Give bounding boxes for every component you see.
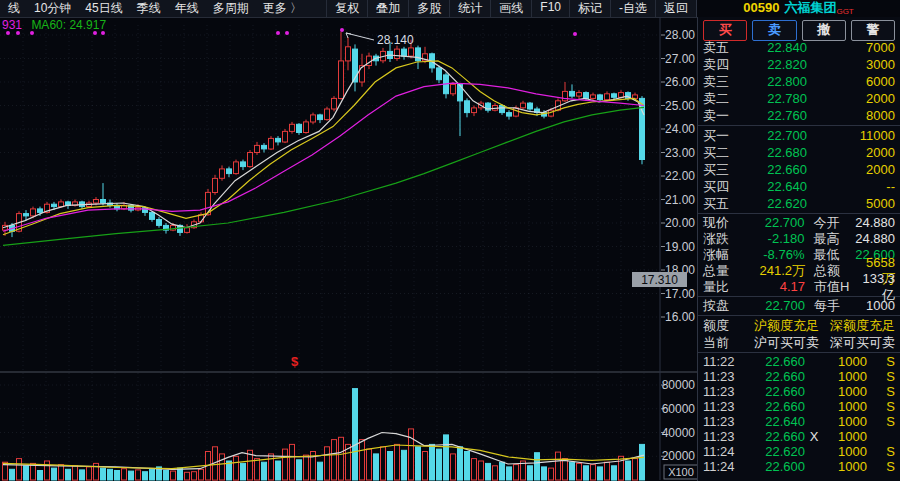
svg-text:25.00: 25.00: [665, 99, 695, 113]
level-price: 22.620: [741, 195, 807, 212]
txn-volume: 1000: [823, 429, 867, 444]
svg-text:16.00: 16.00: [665, 310, 695, 324]
connect-quota: 额度 沪额度充足 深额度充足 当前 沪可买可卖 深可买可卖: [698, 317, 900, 351]
quote-label: 最高: [804, 231, 855, 247]
quote-value: 24.880: [855, 231, 895, 247]
txn-price: 22.600: [743, 459, 805, 474]
level-volume: --: [807, 178, 895, 195]
quote-label: 涨跌: [703, 231, 743, 247]
level-label: 买二: [703, 144, 741, 161]
candlestick-chart[interactable]: 28.0027.0026.0025.0024.0023.0022.0021.00…: [0, 0, 697, 481]
txn-time: 11:24: [703, 444, 743, 459]
level-price: 22.760: [741, 107, 807, 124]
txn-price: 22.640: [743, 414, 805, 429]
svg-text:28.00: 28.00: [665, 28, 695, 42]
level-label: 卖一: [703, 107, 741, 124]
divider: [698, 213, 900, 214]
ma20-value-partial: 931: [2, 18, 22, 32]
svg-text:19.00: 19.00: [665, 240, 695, 254]
svg-text:28.140: 28.140: [377, 33, 414, 47]
level-price: 22.700: [741, 127, 807, 144]
order-book-row[interactable]: 买四 22.640 --: [698, 178, 900, 195]
txn-price: 22.620: [743, 444, 805, 459]
level-price: 22.640: [741, 178, 807, 195]
order-book-row[interactable]: 卖五 22.840 7000: [698, 39, 900, 56]
quote-label: 现价: [703, 215, 743, 231]
order-book-row[interactable]: 卖三 22.800 6000: [698, 73, 900, 90]
order-book-row[interactable]: 卖四 22.820 3000: [698, 56, 900, 73]
buy-button[interactable]: 买: [703, 20, 747, 41]
svg-text:21.00: 21.00: [665, 193, 695, 207]
quote-label: 量比: [703, 279, 743, 295]
txn-side: S: [867, 399, 895, 414]
txn-volume: 1000: [823, 414, 867, 429]
level-volume: 2000: [807, 161, 895, 178]
txn-price: 22.660: [743, 384, 805, 399]
cancel-button[interactable]: 撤: [802, 20, 846, 41]
order-book-row[interactable]: 卖二 22.780 2000: [698, 90, 900, 107]
divider: [698, 352, 900, 353]
order-book-row[interactable]: 买五 22.620 5000: [698, 195, 900, 212]
quote-label: 今开: [804, 215, 855, 231]
level-volume: 8000: [807, 107, 895, 124]
order-book-row[interactable]: 卖一 22.760 8000: [698, 107, 900, 124]
svg-text:27.00: 27.00: [665, 52, 695, 66]
order-book-row[interactable]: 买二 22.680 2000: [698, 144, 900, 161]
txn-time: 11:23: [703, 414, 743, 429]
level-label: 买一: [703, 127, 741, 144]
quota-label: 额度: [703, 317, 743, 334]
stock-info: 00590 六福集团 GGT: [696, 0, 900, 17]
divider: [698, 315, 900, 316]
txn-side: S: [867, 459, 895, 474]
alert-button[interactable]: 警: [851, 20, 895, 41]
ask-levels: 卖五 22.840 7000 卖四 22.820 3000 卖三 22.800 …: [698, 39, 900, 124]
quote-value: 1000: [856, 298, 895, 314]
txn-time: 11:23: [703, 384, 743, 399]
bid-levels: 买一 22.700 11000 买二 22.680 2000 买三 22.660…: [698, 127, 900, 212]
txn-volume: 1000: [823, 369, 867, 384]
quota-value: 沪额度充足: [743, 317, 819, 334]
level-price: 22.660: [741, 161, 807, 178]
quote-label: 涨幅: [703, 247, 743, 263]
level-label: 买三: [703, 161, 741, 178]
svg-text:26.00: 26.00: [665, 75, 695, 89]
transaction-row: 11:24 22.600 1000 S: [698, 459, 900, 474]
order-book-row[interactable]: 买一 22.700 11000: [698, 127, 900, 144]
order-book-row[interactable]: 买三 22.660 2000: [698, 161, 900, 178]
txn-side: S: [867, 354, 895, 369]
quote-label: 按盘: [703, 298, 743, 314]
level-price: 22.840: [741, 39, 807, 56]
level-label: 卖四: [703, 56, 741, 73]
svg-text:17.310: 17.310: [641, 273, 678, 287]
txn-volume: 1000: [823, 399, 867, 414]
quota-row: 额度 沪额度充足 深额度充足: [698, 317, 900, 334]
svg-text:80000: 80000: [662, 378, 696, 392]
txn-time: 11:22: [703, 354, 743, 369]
level-label: 卖二: [703, 90, 741, 107]
transaction-row: 11:23 22.660 1000 S: [698, 369, 900, 384]
level-label: 卖三: [703, 73, 741, 90]
ma60-value: MA60: 24.917: [31, 18, 106, 32]
sell-button[interactable]: 卖: [752, 20, 796, 41]
quote-row: 量比 4.17 市值H 133.3亿: [698, 279, 900, 295]
txn-time: 11:23: [703, 429, 743, 444]
quote-label: 总额: [805, 263, 856, 279]
quote-label: 最低: [804, 247, 855, 263]
transaction-list[interactable]: 11:22 22.660 1000 S 11:23 22.660 1000 S …: [698, 354, 900, 474]
quote-label: 总量: [703, 263, 743, 279]
transaction-row: 11:23 22.640 1000 S: [698, 414, 900, 429]
quote-value: 4.17: [743, 279, 805, 295]
quota-label: 当前: [703, 334, 743, 351]
quote-label: 每手: [805, 298, 856, 314]
level-volume: 5000: [807, 195, 895, 212]
txn-price: 22.660: [743, 429, 805, 444]
svg-text:20000: 20000: [662, 449, 696, 463]
svg-text:60000: 60000: [662, 402, 696, 416]
txn-volume: 1000: [823, 384, 867, 399]
transaction-row: 11:23 22.660 X 1000: [698, 429, 900, 444]
txn-time: 11:23: [703, 399, 743, 414]
txn-side: S: [867, 444, 895, 459]
svg-text:20.00: 20.00: [665, 216, 695, 230]
stock-market-tag: GGT: [836, 7, 853, 17]
quota-value: 沪可买可卖: [743, 334, 819, 351]
